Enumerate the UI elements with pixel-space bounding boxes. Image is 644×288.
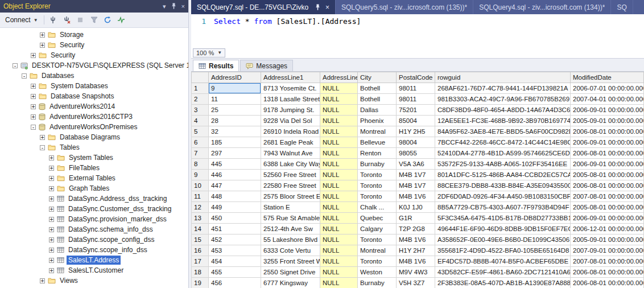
grid-cell[interactable]: 297 [209, 148, 261, 159]
row-number[interactable]: 7 [192, 148, 209, 159]
tree-item[interactable]: +Storage [0, 30, 188, 40]
expand-icon[interactable]: + [49, 237, 54, 242]
grid-cell[interactable]: M4B 1V6 [397, 234, 435, 245]
grid-column-header[interactable]: AddressLine1 [261, 72, 320, 83]
pin-icon[interactable] [171, 3, 176, 10]
grid-cell[interactable]: 185 [209, 137, 261, 148]
expand-icon[interactable]: + [49, 258, 54, 263]
grid-cell[interactable]: Calgary [358, 224, 397, 234]
grid-cell[interactable]: 2006-09-01 00:00:00.000 [571, 105, 644, 116]
filter-icon[interactable] [89, 15, 99, 25]
grid-column-header[interactable]: rowguid [435, 72, 571, 83]
grid-cell[interactable]: 84A95F62-3AE8-4E7E-BBD5-5A6F00CD982D [435, 126, 571, 137]
grid-cell[interactable]: NULL [320, 137, 358, 148]
tree-item[interactable]: +DataSync.Address_dss_tracking [0, 194, 188, 204]
grid-cell[interactable]: 2007-08-01 00:00:00.000 [571, 256, 644, 267]
grid-column-header[interactable]: ModifiedDate [571, 72, 644, 83]
expand-icon[interactable]: + [31, 84, 36, 89]
row-number[interactable]: 4 [192, 116, 209, 126]
grid-cell[interactable]: C8DF3BD9-48F0-4654-A8DD-14A67A4D3C6 [435, 105, 571, 116]
grid-cell[interactable]: Bellevue [358, 137, 397, 148]
grid-cell[interactable]: 49644F1E-6F90-46D9-8DBB-9DB15F0EF7EC [435, 224, 571, 234]
grid-cell[interactable]: 2681 Eagle Peak [261, 137, 320, 148]
tree-item[interactable]: +System Databases [0, 81, 188, 91]
grid-cell[interactable]: 55 Lakeshore Blvd ... [261, 234, 320, 245]
select-all-corner[interactable] [192, 72, 209, 83]
grid-cell[interactable]: 43D582CF-E59F-4861-BA60-2DC7121410A6 [435, 267, 571, 278]
tree-item[interactable]: +Graph Tables [0, 183, 188, 194]
grid-cell[interactable]: H1Y 2H5 [397, 126, 435, 137]
tree-item[interactable]: -Databases [0, 71, 188, 81]
expand-icon[interactable]: + [31, 53, 36, 58]
document-tab[interactable]: SQLQuery4.sql - ziv...icrosoft.com (134)… [473, 0, 611, 14]
expand-icon[interactable]: + [40, 278, 45, 283]
tree-item[interactable]: +External Tables [0, 173, 188, 183]
row-number[interactable]: 5 [192, 126, 209, 137]
row-number[interactable]: 14 [192, 224, 209, 234]
grid-cell[interactable]: V5A 3A6 [397, 159, 435, 170]
grid-cell[interactable]: 268AF621-76D7-4C78-9441-144FD139821A [435, 83, 571, 94]
grid-cell[interactable]: 2005-09-01 00:00:00.000 [571, 116, 644, 126]
grid-cell[interactable]: NULL [320, 191, 358, 202]
tree-item[interactable]: +Views [0, 275, 188, 286]
tree-item[interactable]: +SalesLT.Address [0, 255, 188, 265]
row-number[interactable]: 9 [192, 170, 209, 180]
zoom-select[interactable]: 100 % ▼ [193, 48, 225, 57]
grid-cell[interactable]: 6388 Lake City Way [261, 159, 320, 170]
disconnect-plug-icon[interactable] [62, 15, 72, 25]
grid-cell[interactable]: 12AE5EE1-FC3E-468B-9B92-3B970B169774 [435, 116, 571, 126]
grid-cell[interactable]: 2006-08-01 00:00:00.000 [571, 148, 644, 159]
grid-cell[interactable]: 575 Rue St Amable [261, 213, 320, 224]
grid-cell[interactable]: 2006-08-01 00:00:00.000 [571, 267, 644, 278]
row-number[interactable]: 12 [192, 202, 209, 213]
tree-item[interactable]: +AdventureWorks2016CTP3 [0, 112, 188, 122]
connect-plug-icon[interactable] [48, 15, 58, 25]
grid-cell[interactable]: NULL [320, 256, 358, 267]
grid-cell[interactable]: 451 [209, 224, 261, 234]
expand-icon[interactable]: + [49, 268, 54, 273]
grid-cell[interactable]: 52560 Free Street [261, 170, 320, 180]
object-explorer-titlebar[interactable]: Object Explorer ▾ × [0, 0, 188, 13]
grid-cell[interactable]: NULL [320, 224, 358, 234]
tree-item[interactable]: +DataSync.schema_info_dss [0, 224, 188, 234]
grid-cell[interactable]: NULL [320, 278, 358, 288]
grid-cell[interactable]: 98011 [397, 94, 435, 105]
grid-cell[interactable]: 445 [209, 159, 261, 170]
grid-cell[interactable]: NULL [320, 148, 358, 159]
expand-icon[interactable]: + [40, 135, 45, 140]
grid-cell[interactable]: 2DF6D0AD-0926-4F34-A450-9B1083150CBF [435, 191, 571, 202]
expand-icon[interactable]: + [49, 176, 54, 181]
grid-cell[interactable]: 2005-08-01 00:00:00.000 [571, 202, 644, 213]
grid-cell[interactable]: 2006-09-01 00:00:00.000 [571, 159, 644, 170]
expand-icon[interactable]: + [49, 166, 54, 171]
grid-cell[interactable]: 446 [209, 170, 261, 180]
tree-item[interactable]: +Security [0, 50, 188, 60]
grid-cell[interactable]: NULL [320, 159, 358, 170]
tree-item[interactable]: +System Tables [0, 153, 188, 163]
grid-cell[interactable]: 7BCCF442-2268-46CC-8472-14C44C14E98C [435, 137, 571, 148]
grid-cell[interactable]: 6333 Cote Vertu [261, 245, 320, 256]
tree-item[interactable]: +DataSync.provision_marker_dss [0, 214, 188, 224]
expand-icon[interactable]: + [49, 207, 54, 212]
connect-button[interactable]: Connect ▼ [3, 15, 40, 25]
grid-cell[interactable]: 22580 Free Street [261, 180, 320, 191]
collapse-icon[interactable]: - [31, 125, 36, 130]
grid-cell[interactable]: 6777 Kingsway [261, 278, 320, 288]
grid-cell[interactable]: 2F3B383E-08A5-407D-AB1B-A1390E87A888 [435, 278, 571, 288]
grid-cell[interactable]: 3255 Front Street W [261, 256, 320, 267]
grid-column-header[interactable]: AddressLine2 [320, 72, 358, 83]
stop-icon[interactable] [76, 15, 85, 25]
row-number[interactable]: 6 [192, 137, 209, 148]
refresh-icon[interactable] [103, 15, 113, 25]
grid-cell[interactable]: 981B3303-ACA2-49C7-9A96-FB670785B269 [435, 94, 571, 105]
close-icon[interactable]: × [325, 3, 329, 11]
grid-cell[interactable]: 9178 Jumping St. [261, 105, 320, 116]
tree-item[interactable]: -AdventureWorksOnPremises [0, 122, 188, 132]
grid-cell[interactable]: 2512-4th Ave Sw [261, 224, 320, 234]
grid-cell[interactable]: Montreal [358, 126, 397, 137]
grid-cell[interactable]: 11 [209, 94, 261, 105]
grid-cell[interactable]: 2006-08-01 00:00:00.000 [571, 278, 644, 288]
collapse-icon[interactable]: - [13, 63, 18, 68]
grid-cell[interactable]: Bothell [358, 94, 397, 105]
grid-cell[interactable]: Toronto [358, 191, 397, 202]
